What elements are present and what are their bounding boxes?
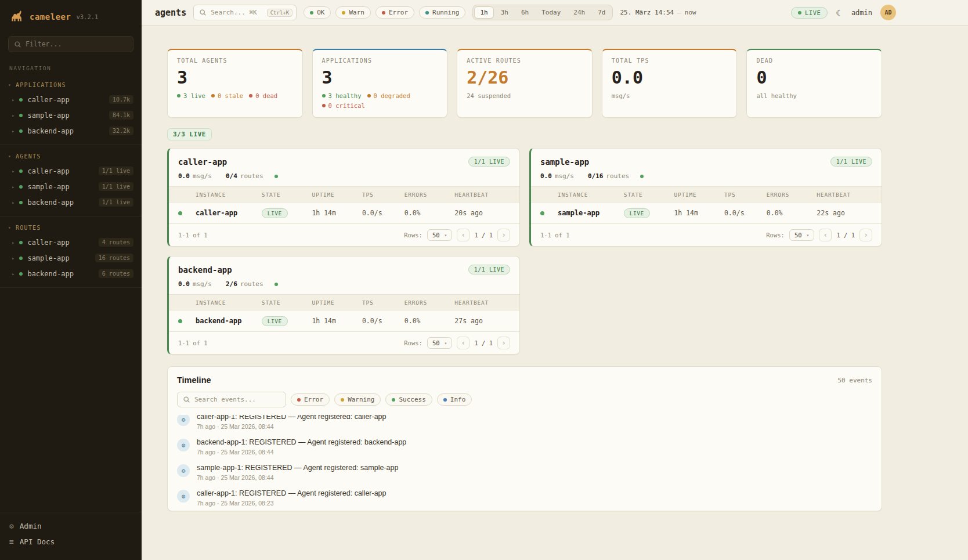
- timeline-panel: Timeline 50 events Error Warning: [167, 366, 882, 511]
- section-header-agents[interactable]: ▾ AGENTS: [0, 150, 142, 163]
- sidebar-item-routes-sample-app[interactable]: ▸ sample-app 16 routes: [0, 250, 142, 266]
- app-live-badge: 1/1 LIVE: [468, 157, 510, 167]
- timeline-chip-error[interactable]: Error: [291, 393, 330, 406]
- status-dot: [19, 129, 23, 133]
- timeline-event[interactable]: ⚙ backend-app-1: REGISTERED — Agent regi…: [168, 434, 882, 460]
- event-title: backend-app-1: REGISTERED — Agent regist…: [197, 438, 406, 446]
- sidebar-item-backend-app[interactable]: ▸ backend-app 32.2k: [0, 123, 142, 139]
- card-title: ACTIVE ROUTES: [467, 57, 583, 64]
- range-button-6h[interactable]: 6h: [515, 6, 534, 19]
- sidebar-item-sample-app[interactable]: ▸ sample-app 84.1k: [0, 107, 142, 123]
- card-total-agents: TOTAL AGENTS 3 3 live 0 stale 0 dead: [167, 49, 303, 118]
- live-dot-icon: [177, 94, 180, 97]
- section-header-applications[interactable]: ▾ APPLICATIONS: [0, 78, 142, 92]
- status-dot: [178, 211, 182, 215]
- section-header-routes[interactable]: ▾ ROUTES: [0, 221, 142, 234]
- card-active-routes: ACTIVE ROUTES 2/26 24 suspended: [457, 49, 593, 118]
- cell-errors: 0.0%: [767, 209, 817, 217]
- avatar[interactable]: AD: [880, 5, 896, 20]
- dead-dot-icon: [249, 94, 252, 97]
- card-subtext: 24 suspended: [467, 92, 583, 99]
- timeline-events-list[interactable]: ⚙ caller-app-1: REGISTERED — Agent regis…: [168, 415, 882, 511]
- table-row[interactable]: caller-app LIVE 1h 14m 0.0/s 0.0% 20s ag…: [169, 203, 519, 223]
- range-button-1h[interactable]: 1h: [474, 6, 493, 19]
- chip-label: Info: [450, 396, 466, 403]
- card-applications: APPLICATIONS 3 3 healthy 0 degraded 0 cr…: [312, 49, 448, 118]
- chip-label: OK: [317, 9, 324, 16]
- api-docs-label: API Docs: [20, 537, 55, 546]
- item-label: sample-app: [27, 254, 69, 262]
- timeline-chip-info[interactable]: Info: [437, 393, 472, 406]
- sidebar-item-api-docs[interactable]: ≡ API Docs: [0, 534, 142, 550]
- next-page-button[interactable]: ›: [497, 337, 510, 349]
- stat-label: 3 healthy: [328, 92, 362, 99]
- rows-per-page-select[interactable]: 50 ▾: [427, 337, 452, 349]
- app-logo: cameleer v3.2.1: [0, 0, 142, 31]
- global-search[interactable]: Ctrl+K: [193, 5, 297, 20]
- range-button-7d[interactable]: 7d: [592, 6, 611, 19]
- routes-unit: routes: [240, 280, 263, 288]
- table-row[interactable]: sample-app LIVE 1h 14m 0.0/s 0.0% 22s ag…: [531, 203, 882, 223]
- filter-chip-error[interactable]: Error: [375, 6, 414, 19]
- status-dot: [540, 211, 544, 215]
- cell-uptime: 1h 14m: [312, 209, 362, 217]
- chevron-down-icon: ▾: [445, 341, 447, 346]
- summary-cards: TOTAL AGENTS 3 3 live 0 stale 0 dead APP…: [167, 49, 882, 118]
- sidebar-item-agent-caller-app[interactable]: ▸ caller-app 1/1 live: [0, 163, 142, 179]
- item-badge: 1/1 live: [99, 198, 133, 207]
- card-value: 0: [756, 67, 872, 88]
- app-live-badge: 1/1 LIVE: [830, 157, 872, 167]
- prev-page-button[interactable]: ‹: [457, 337, 469, 349]
- camel-logo-icon: [9, 9, 24, 24]
- timeline-controls: Error Warning Success Info: [168, 392, 882, 415]
- filter-chip-ok[interactable]: OK: [304, 6, 331, 19]
- timeline-event[interactable]: ⚙ sample-app-1: REGISTERED — Agent regis…: [168, 460, 882, 485]
- live-summary-badge: 3/3 LIVE: [167, 128, 212, 140]
- chip-label: Warning: [348, 396, 374, 403]
- app-stats: 0.0 msg/s 2/6 routes: [169, 280, 519, 294]
- timeline-chip-success[interactable]: Success: [385, 393, 432, 406]
- col-uptime: UPTIME: [312, 299, 362, 306]
- timeline-chip-warning[interactable]: Warning: [334, 393, 381, 406]
- timeline-event[interactable]: ⚙ caller-app-1: REGISTERED — Agent regis…: [168, 415, 882, 434]
- rows-label: Rows:: [404, 232, 422, 239]
- filter-chip-warn[interactable]: Warn: [335, 6, 371, 19]
- cell-heartbeat: 20s ago: [454, 209, 510, 217]
- chip-label: Error: [389, 9, 408, 16]
- range-button-today[interactable]: Today: [536, 6, 566, 19]
- timeline-event[interactable]: ⚙ caller-app-1: REGISTERED — Agent regis…: [168, 485, 882, 511]
- page-title: agents: [155, 8, 186, 18]
- sidebar-item-routes-backend-app[interactable]: ▸ backend-app 6 routes: [0, 266, 142, 281]
- status-dot: [19, 169, 23, 173]
- card-total-tps: TOTAL TPS 0.0 msg/s: [602, 49, 738, 118]
- sidebar-item-caller-app[interactable]: ▸ caller-app 10.7k: [0, 92, 142, 107]
- routes-value: 2/6: [226, 280, 237, 288]
- next-page-button[interactable]: ›: [859, 229, 872, 241]
- sidebar-item-agent-sample-app[interactable]: ▸ sample-app 1/1 live: [0, 179, 142, 194]
- filter-chip-running[interactable]: Running: [419, 6, 465, 19]
- prev-page-button[interactable]: ‹: [457, 229, 469, 241]
- timeline-search[interactable]: [177, 392, 286, 407]
- timeline-search-input[interactable]: [194, 396, 280, 403]
- live-status-badge: LIVE: [791, 7, 828, 19]
- sidebar-item-admin[interactable]: ⚙ Admin: [0, 518, 142, 534]
- date-end: now: [685, 9, 696, 16]
- rows-per-page-select[interactable]: 50 ▾: [427, 229, 452, 241]
- routes-unit: routes: [240, 172, 263, 180]
- prev-page-button[interactable]: ‹: [819, 229, 832, 241]
- theme-toggle-moon-icon[interactable]: ☾: [836, 9, 843, 17]
- card-dead: DEAD 0 all healthy: [746, 49, 882, 118]
- docs-icon: ≡: [9, 537, 14, 546]
- sidebar-item-routes-caller-app[interactable]: ▸ caller-app 4 routes: [0, 234, 142, 250]
- sidebar-filter[interactable]: [8, 36, 133, 52]
- rows-per-page-select[interactable]: 50 ▾: [789, 229, 814, 241]
- sidebar-filter-input[interactable]: [26, 40, 128, 48]
- global-search-input[interactable]: [211, 9, 262, 16]
- next-page-button[interactable]: ›: [497, 229, 510, 241]
- range-button-24h[interactable]: 24h: [568, 6, 591, 19]
- table-row[interactable]: backend-app LIVE 1h 14m 0.0/s 0.0% 27s a…: [169, 310, 519, 331]
- event-time: 7h ago · 25 Mar 2026, 08:23: [197, 500, 387, 507]
- sidebar-item-agent-backend-app[interactable]: ▸ backend-app 1/1 live: [0, 194, 142, 210]
- status-dot: [19, 114, 23, 117]
- range-button-3h[interactable]: 3h: [495, 6, 514, 19]
